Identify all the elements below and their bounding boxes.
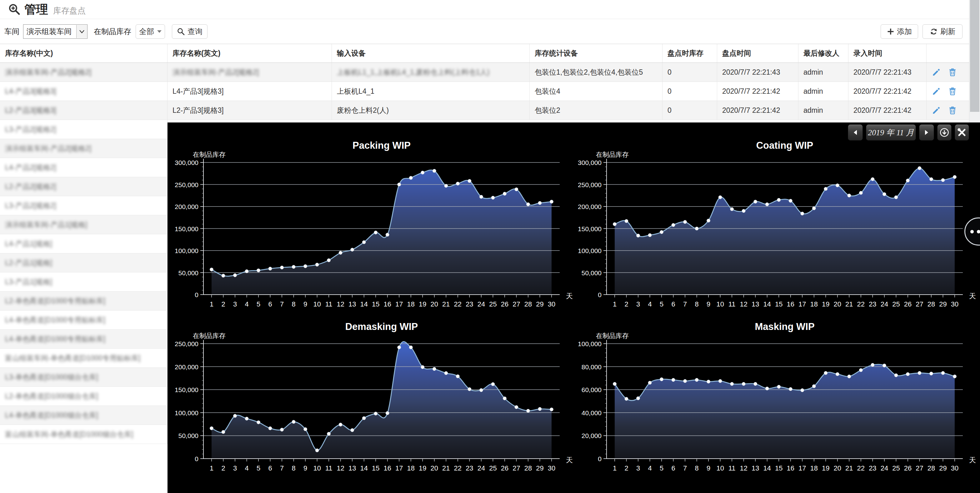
svg-text:4: 4 — [245, 464, 248, 472]
svg-text:4: 4 — [648, 464, 652, 472]
plus-icon — [887, 28, 894, 35]
svg-text:0: 0 — [195, 455, 199, 463]
svg-text:9: 9 — [304, 300, 307, 308]
table-row: L4-产品3[规格3]L4-产品3[规格3]上板机L4_1包装位402020/7… — [0, 82, 969, 101]
svg-text:12: 12 — [740, 464, 747, 472]
download-button[interactable] — [937, 124, 951, 141]
table-row: 演示组装车间-产品2[规格2]演示组装车间-产品2[规格2]上板机L1_1,上板… — [0, 63, 969, 82]
edit-icon[interactable] — [932, 106, 941, 115]
svg-text:20: 20 — [431, 300, 438, 308]
svg-text:5: 5 — [660, 300, 663, 308]
month-display[interactable]: 2019 年 11 月 — [866, 124, 916, 141]
vertical-scrollbar[interactable] — [969, 0, 980, 122]
svg-text:4: 4 — [648, 300, 652, 308]
svg-text:4: 4 — [245, 300, 248, 308]
svg-text:26: 26 — [904, 300, 912, 308]
svg-text:1: 1 — [210, 464, 213, 472]
page: 管理 库存盘点 车间 演示组装车间 在制品库存 全部 查询 — [0, 0, 980, 493]
svg-text:16: 16 — [787, 300, 794, 308]
table-cell: L2-产品3[规格3] — [0, 101, 167, 120]
svg-text:20: 20 — [834, 300, 841, 308]
table-row: L2-单色甬道[D1000烟台仓库] — [0, 387, 167, 406]
svg-text:24: 24 — [881, 300, 888, 308]
table-cell: admin — [799, 63, 848, 81]
svg-text:30: 30 — [951, 300, 958, 308]
svg-text:100,000: 100,000 — [175, 409, 199, 417]
wip-filter-dropdown[interactable]: 全部 — [135, 24, 165, 39]
table-row: L2-产品1[规格] — [0, 253, 167, 272]
svg-text:28: 28 — [524, 300, 532, 308]
svg-text:3: 3 — [233, 464, 237, 472]
table-row: L3-产品2[规格2] — [0, 196, 167, 215]
next-month-button[interactable] — [919, 124, 934, 141]
svg-text:10: 10 — [716, 300, 724, 308]
svg-text:13: 13 — [752, 464, 759, 472]
svg-text:23: 23 — [466, 300, 473, 308]
svg-text:在制品库存: 在制品库存 — [193, 151, 226, 158]
search-button-label: 查询 — [188, 27, 202, 37]
svg-text:3: 3 — [233, 300, 237, 308]
svg-text:14: 14 — [360, 464, 368, 472]
svg-text:2: 2 — [221, 464, 225, 472]
svg-text:9: 9 — [706, 464, 710, 472]
table-cell: 包装位4 — [530, 82, 662, 100]
zoom-in-icon — [8, 3, 21, 16]
svg-text:10: 10 — [716, 464, 724, 472]
table-cell: 包装位2 — [530, 101, 662, 120]
svg-text:22: 22 — [857, 464, 865, 472]
add-button[interactable]: 添加 — [881, 24, 918, 39]
table-cell: 0 — [662, 63, 717, 81]
svg-text:20: 20 — [431, 464, 438, 472]
chart-coating-wip: 050,000100,000150,000200,000250,000300,0… — [572, 131, 980, 311]
svg-text:20: 20 — [834, 464, 841, 472]
workshop-select[interactable]: 演示组装车间 — [23, 24, 88, 39]
delete-icon[interactable] — [948, 106, 957, 115]
svg-text:26: 26 — [501, 464, 508, 472]
svg-text:22: 22 — [454, 300, 461, 308]
select-chevron-icon — [76, 25, 87, 38]
table-cell: L4-产品3[规格3] — [167, 82, 332, 100]
svg-text:250,000: 250,000 — [175, 340, 199, 347]
svg-text:25: 25 — [489, 300, 496, 308]
table-row: L3-产品1[规格] — [0, 272, 167, 291]
svg-text:30: 30 — [548, 464, 555, 472]
column-header: 最后修改人 — [799, 44, 848, 62]
svg-text:0: 0 — [598, 455, 601, 463]
wip-chart-panel: 2019 年 11 月 — [167, 122, 980, 493]
download-icon — [939, 127, 950, 137]
svg-text:150,000: 150,000 — [175, 225, 199, 232]
table-cell: 演示组装车间-产品2[规格2] — [0, 63, 167, 81]
delete-icon[interactable] — [948, 67, 957, 77]
table-cell: L2-产品3[规格3] — [167, 101, 332, 120]
prev-month-button[interactable] — [848, 124, 863, 141]
workshop-label: 车间 — [5, 27, 19, 37]
search-button[interactable]: 查询 — [172, 24, 207, 39]
column-header: 盘点时库存 — [662, 44, 717, 62]
wip-filter-value: 全部 — [139, 27, 154, 37]
settings-button[interactable] — [955, 124, 969, 141]
svg-text:3: 3 — [636, 464, 640, 472]
svg-text:在制品库存: 在制品库存 — [596, 332, 629, 339]
delete-icon[interactable] — [948, 86, 957, 96]
svg-text:16: 16 — [384, 464, 391, 472]
refresh-button[interactable]: 刷新 — [923, 24, 963, 39]
column-header — [927, 44, 969, 62]
svg-text:27: 27 — [916, 300, 923, 308]
edit-icon[interactable] — [932, 86, 941, 96]
edit-icon[interactable] — [932, 67, 941, 77]
svg-text:22: 22 — [454, 464, 461, 472]
svg-text:50,000: 50,000 — [178, 432, 199, 439]
svg-text:11: 11 — [325, 464, 332, 472]
svg-text:25: 25 — [892, 464, 900, 472]
table-row: L4-单色甬道[D1000专用贴标库] — [0, 329, 167, 349]
table-row: 演示组装车间-产品1[规格] — [0, 215, 167, 234]
svg-text:80,000: 80,000 — [582, 363, 601, 371]
svg-text:1: 1 — [210, 300, 213, 308]
chart-demasking-wip: 050,000100,000150,000200,000250,00012345… — [169, 312, 584, 492]
svg-text:29: 29 — [536, 300, 543, 308]
svg-text:29: 29 — [536, 464, 543, 472]
svg-text:17: 17 — [395, 464, 403, 472]
scrollbar-thumb[interactable] — [970, 0, 979, 112]
svg-text:23: 23 — [869, 464, 876, 472]
table-row: L4-单色甬道[D1000专用贴标库] — [0, 310, 167, 329]
